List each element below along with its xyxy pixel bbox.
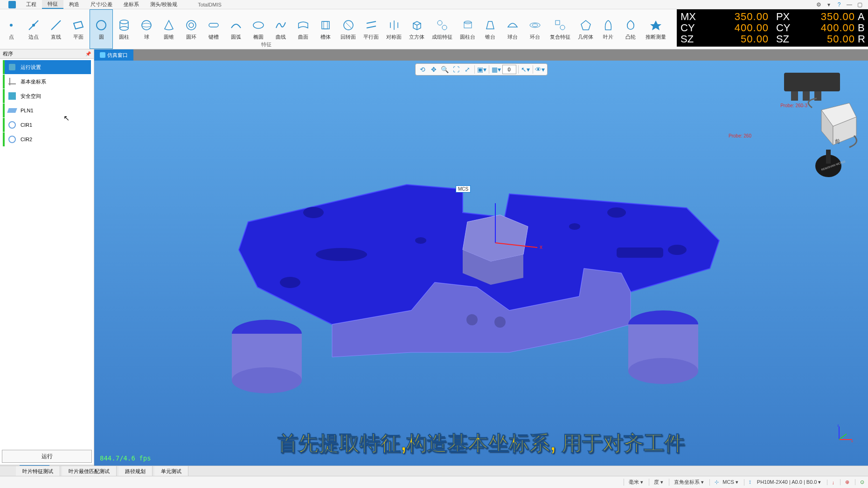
view-cube-front-label[interactable]: 前 [835,138,840,145]
ribbon-composite[interactable]: 复合特征 [546,9,574,49]
status-coord[interactable]: 直角坐标系 ▾ [669,479,704,486]
view-cube-widget[interactable]: RENISHAW MCR20 [756,68,859,189]
ribbon-arc[interactable]: 圆弧 [225,9,247,49]
status-tool-1[interactable]: ↓ [827,480,835,485]
edge-point-icon [26,18,41,33]
ribbon-circle[interactable]: 圆 [90,9,113,49]
ribbon-cube[interactable]: 立方体 [405,9,428,49]
program-item-axes[interactable]: 基本坐标系 [3,75,91,89]
svg-point-34 [668,245,687,255]
svg-rect-44 [803,91,810,101]
ribbon-label: 槽体 [320,34,331,41]
ribbon-cylinder[interactable]: 圆柱 [113,9,135,49]
run-button[interactable]: 运行 [2,450,92,463]
ribbon-label: 椭圆 [253,34,264,41]
viewport-tab[interactable]: 仿真窗口 [94,49,133,61]
ribbon-parallel[interactable]: 平行面 [360,9,382,49]
ribbon-infer[interactable]: 推断测量 [642,9,670,49]
ribbon-label: 直线 [51,34,61,41]
circle-icon [94,18,109,33]
menu-project[interactable]: 工程 [21,0,42,9]
visibility-icon[interactable]: 👁▾ [535,64,545,75]
status-angle[interactable]: 度 ▾ [649,479,663,486]
program-item-run-settings[interactable]: 运行设置 [3,60,91,74]
svg-point-37 [466,314,478,325]
grid-icon[interactable]: ▦▾ [491,64,501,75]
program-item-plane[interactable]: PLN1 [3,103,91,117]
view-toolbar: ⟲ ✥ 🔍 ⛶ ⤢ ▣▾ ▦▾ ↖▾ 👁▾ [415,63,548,76]
dro-row: CY400.00CY400.00B [681,22,864,34]
status-probe[interactable]: ⟟ PH10M-2X40 | A0.0 | B0.0 ▾ [744,479,821,486]
minimize-icon[interactable]: — [846,1,853,8]
svg-text:z: z [837,425,839,427]
ribbon-curve[interactable]: 曲线 [270,9,292,49]
ribbon-geometry[interactable]: 几何体 [574,9,597,49]
menu-coord[interactable]: 坐标系 [118,0,145,9]
dropdown-icon[interactable]: ▾ [825,1,833,8]
restore-icon[interactable]: ▢ [856,1,863,8]
ribbon-point[interactable]: 点 [0,9,22,49]
ribbon-surface[interactable]: 曲面 [292,9,314,49]
svg-point-15 [442,25,447,30]
svg-line-51 [839,434,847,440]
ribbon-symmetry[interactable]: 对称面 [382,9,405,49]
infer-icon [648,18,663,33]
status-tool-3[interactable]: ⊙ [855,479,864,485]
select-mode-icon[interactable]: ↖▾ [521,64,531,75]
svg-point-1 [32,24,35,27]
plane-icon [7,106,17,115]
ribbon-line[interactable]: 直线 [45,9,67,49]
zoom-window-icon[interactable]: ⛶ [451,64,461,75]
menu-construct[interactable]: 构造 [63,0,85,9]
ribbon-slot[interactable]: 键槽 [202,9,225,49]
status-mcs[interactable]: ⊹ MCS ▾ [709,479,738,486]
bottom-tab[interactable]: 叶片特征测试 [16,466,60,476]
ribbon-plane[interactable]: 平面 [67,9,90,49]
status-tool-2[interactable]: ⊕ [840,479,849,485]
app-menu-button[interactable] [8,1,16,8]
menu-probe[interactable]: 测头/校验规 [145,0,183,9]
svg-point-30 [280,277,300,288]
sphere-icon [139,18,154,33]
zoom-icon[interactable]: 🔍 [440,64,450,75]
ribbon-label: 圆锥 [164,34,174,41]
ribbon-cone-boss[interactable]: 锥台 [479,9,501,49]
menu-dimension[interactable]: 尺寸/公差 [85,0,118,9]
axis-gizmo[interactable]: z x [835,425,854,443]
ribbon-torus[interactable]: 圆环 [180,9,202,49]
ribbon-sphere[interactable]: 球 [135,9,158,49]
grid-size-input[interactable] [502,65,516,74]
pan-icon[interactable]: ✥ [429,64,439,75]
ribbon-edge-point[interactable]: 边点 [22,9,45,49]
ribbon-cone[interactable]: 圆锥 [158,9,180,49]
svg-point-32 [569,223,580,230]
ribbon-group[interactable]: 成组特征 [428,9,456,49]
program-panel-title: 程序 [3,50,13,57]
program-item-circle[interactable]: CIR2 [3,132,91,146]
dro-row: MX350.00PX350.00A [681,11,864,22]
gear-icon[interactable]: ⚙ [815,1,822,8]
bottom-tab[interactable]: 叶片最佳匹配测试 [62,466,117,476]
refresh-icon[interactable]: ⟲ [417,64,428,75]
ribbon-ring[interactable]: 环台 [524,9,546,49]
program-item-circle[interactable]: CIR1 [3,118,91,132]
fit-icon[interactable]: ⤢ [462,64,472,75]
menu-feature[interactable]: 特征 [42,0,63,9]
ribbon-groove[interactable]: 槽体 [314,9,337,49]
viewport-3d[interactable]: 仿真窗口 ⟲ ✥ 🔍 ⛶ ⤢ ▣▾ ▦▾ ↖▾ 👁▾ [94,49,868,476]
bottom-tab[interactable]: 单元测试 [154,466,188,476]
model-3d[interactable]: x [211,166,747,408]
pin-icon[interactable]: 📌 [85,51,91,56]
ribbon-revolve[interactable]: 回转面 [337,9,360,49]
ribbon-cyl-boss[interactable]: 圆柱台 [456,9,479,49]
ribbon-blade[interactable]: 叶片 [597,9,619,49]
mcs-marker[interactable]: MCS [456,186,471,192]
help-icon[interactable]: ? [835,1,843,8]
render-mode-icon[interactable]: ▣▾ [477,64,487,75]
program-item-box[interactable]: 安全空间 [3,89,91,103]
ribbon-cam[interactable]: 凸轮 [619,9,642,49]
ribbon-sphere-boss[interactable]: 球台 [501,9,524,49]
bottom-tab[interactable]: 路径规划 [118,466,153,476]
circle-icon [7,120,17,130]
status-unit[interactable]: 毫米 ▾ [624,479,643,486]
